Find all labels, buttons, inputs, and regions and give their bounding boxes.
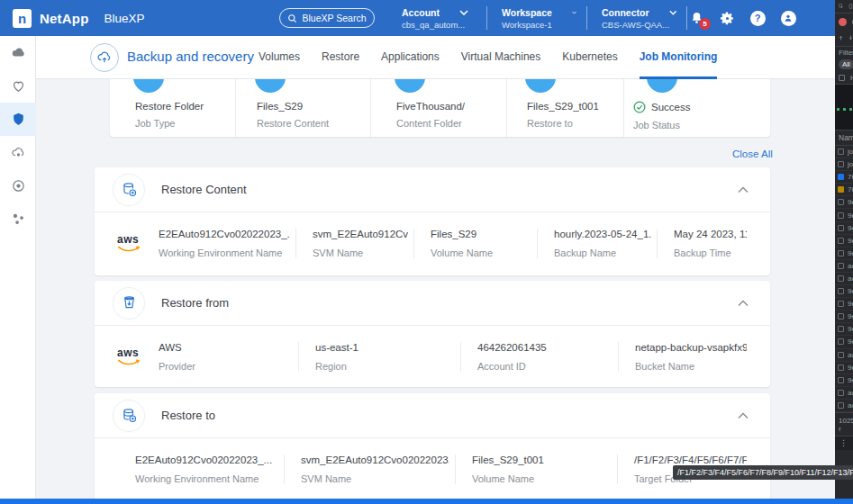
heart-icon: [11, 78, 26, 94]
request-row[interactable]: jobs: [835, 146, 853, 158]
request-row[interactable]: 9e5: [835, 222, 853, 235]
request-row[interactable]: acc: [835, 273, 853, 285]
help-button[interactable]: ?: [749, 10, 766, 26]
request-checkbox[interactable]: [838, 301, 844, 307]
summary-label: Restore Content: [257, 118, 370, 129]
request-row[interactable]: acc: [835, 260, 853, 273]
request-checkbox[interactable]: [838, 377, 844, 383]
field-label: SVM Name: [313, 248, 408, 258]
field-value: E2EAuto912Cvo02022023_...: [159, 229, 290, 239]
bluexp-search-button[interactable]: BlueXP Search: [279, 8, 375, 28]
request-checkbox[interactable]: [838, 174, 844, 180]
service-header: Backup and recovery Volumes Restore Appl…: [36, 36, 835, 79]
request-row[interactable]: acc: [835, 400, 853, 412]
summary-label: Content Folder: [396, 118, 506, 129]
cloud-icon: [11, 45, 26, 60]
tab[interactable]: Virtual Machines: [461, 36, 541, 79]
account-menu[interactable]: Account cbs_qa_autom...: [397, 7, 476, 30]
backup-recovery-icon: [90, 43, 119, 72]
request-checkbox[interactable]: [838, 263, 844, 269]
network-timeline[interactable]: [835, 84, 853, 130]
tab[interactable]: Applications: [381, 36, 440, 79]
nav-mobility[interactable]: [0, 169, 36, 202]
name-column-header[interactable]: Name: [835, 130, 853, 146]
record-icon[interactable]: [839, 18, 847, 26]
request-row[interactable]: 9e5: [835, 235, 853, 248]
request-row[interactable]: acc: [835, 387, 853, 400]
summary-label: Restore to: [527, 118, 623, 129]
request-checkbox[interactable]: [838, 212, 844, 219]
nav-governance[interactable]: [0, 136, 36, 169]
tab[interactable]: Volumes: [259, 36, 300, 79]
request-row[interactable]: acc: [835, 349, 853, 362]
request-row[interactable]: 9e5: [835, 196, 853, 209]
request-checkbox[interactable]: [838, 288, 844, 294]
close-all-link[interactable]: Close All: [732, 148, 773, 159]
collapse-button[interactable]: [738, 186, 749, 194]
tab[interactable]: Kubernetes: [562, 36, 617, 79]
arrow-down-icon[interactable]: [848, 33, 853, 42]
field-label: Working Environment Name: [135, 473, 278, 484]
has-checkbox[interactable]: [839, 75, 845, 81]
job-status-icon: [647, 79, 677, 93]
request-checkbox[interactable]: [838, 199, 844, 205]
user-profile-button[interactable]: [780, 10, 796, 26]
request-row[interactable]: 9e5: [835, 374, 853, 387]
request-checkbox[interactable]: [838, 390, 844, 396]
collapse-button[interactable]: [738, 300, 749, 307]
tab[interactable]: Restore: [322, 36, 359, 79]
request-row[interactable]: 9e5: [835, 323, 853, 336]
field-label: Bucket Name: [635, 361, 747, 372]
request-row[interactable]: 9e5: [835, 298, 853, 310]
request-row[interactable]: 9e5: [835, 209, 853, 221]
request-row[interactable]: 766: [835, 171, 853, 184]
connector-menu[interactable]: Connector CBS-AWS-QAA...: [597, 7, 676, 30]
field-label: Volume Name: [472, 473, 612, 484]
request-checkbox[interactable]: [838, 225, 844, 231]
filter-all-button[interactable]: All: [839, 59, 853, 69]
nav-storage[interactable]: [0, 36, 36, 69]
field-label: SVM Name: [301, 473, 449, 484]
nav-extensions[interactable]: [0, 202, 36, 236]
request-row[interactable]: 9e5: [835, 310, 853, 323]
arrow-up-icon[interactable]: [839, 33, 843, 42]
chevron-down-icon: [572, 10, 576, 15]
field-value: us-east-1: [315, 342, 455, 353]
workspace-menu[interactable]: Workspace Workspace-1: [497, 7, 576, 30]
request-row[interactable]: 9e5: [835, 285, 853, 298]
restore-to-section: Restore to E2EAuto912Cvo02022023_... Wor…: [95, 393, 770, 499]
request-checkbox[interactable]: [838, 326, 844, 332]
tab[interactable]: Job Monitoring: [640, 36, 718, 79]
request-checkbox[interactable]: [838, 364, 844, 371]
request-checkbox[interactable]: [838, 186, 844, 193]
request-checkbox[interactable]: [838, 250, 844, 256]
nav-protection[interactable]: [0, 103, 36, 136]
field-bucket-name: netapp-backup-vsapkfx9znv Bucket Name: [618, 342, 752, 372]
request-row[interactable]: 766: [835, 184, 853, 196]
collapse-button[interactable]: [738, 412, 749, 419]
request-checkbox[interactable]: [838, 338, 844, 345]
request-checkbox[interactable]: [838, 313, 844, 320]
request-name: 9e5: [848, 224, 853, 232]
request-row[interactable]: 9e5: [835, 336, 853, 348]
settings-button[interactable]: [719, 10, 735, 26]
request-checkbox[interactable]: [838, 275, 844, 282]
search-icon: [287, 14, 297, 23]
topbar-icons: 5 ?: [688, 0, 796, 36]
request-checkbox[interactable]: [838, 238, 844, 244]
device-toolbar-icon[interactable]: [848, 2, 853, 11]
inspect-icon[interactable]: [839, 2, 843, 11]
request-checkbox[interactable]: [838, 161, 844, 167]
request-checkbox[interactable]: [838, 352, 844, 358]
request-checkbox[interactable]: [838, 402, 844, 409]
request-row[interactable]: jobs: [835, 158, 853, 171]
notifications-button[interactable]: 5: [688, 10, 704, 26]
kebab-menu-icon[interactable]: ⋮: [839, 438, 848, 447]
section-title: Restore Content: [161, 183, 247, 196]
request-row[interactable]: 9e5: [835, 248, 853, 260]
request-name: jobs: [848, 148, 853, 156]
request-list: jobs jobs 766 766: [835, 146, 853, 412]
request-row[interactable]: 9e5: [835, 362, 853, 374]
nav-health[interactable]: [0, 69, 36, 103]
request-checkbox[interactable]: [838, 148, 844, 155]
